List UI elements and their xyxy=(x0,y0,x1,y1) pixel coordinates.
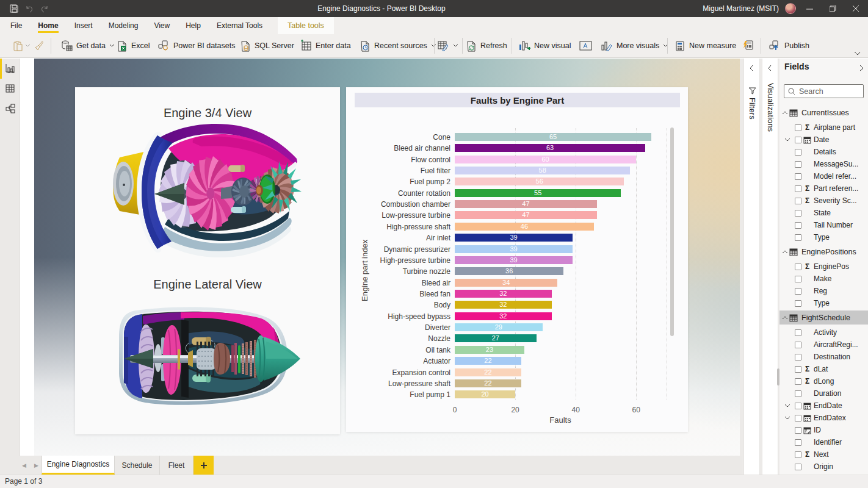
field-checkbox[interactable] xyxy=(795,342,801,348)
field-checkbox[interactable] xyxy=(795,161,801,168)
bar[interactable]: 32 xyxy=(455,290,552,298)
field-checkbox[interactable] xyxy=(795,329,801,336)
field-id[interactable]: ID xyxy=(779,424,868,436)
page-tab-engine-diagnostics[interactable]: Engine Diagnostics xyxy=(42,456,115,475)
field-aircraftregi-[interactable]: AircraftRegi... xyxy=(779,339,868,351)
fields-table-enginepositions[interactable]: EnginePositions xyxy=(779,245,868,259)
bar[interactable]: 23 xyxy=(455,346,524,354)
bar[interactable]: 46 xyxy=(455,223,594,231)
bar[interactable]: 27 xyxy=(455,334,537,342)
recent-sources-button[interactable]: Recent sources xyxy=(359,34,436,57)
expand-caret-icon[interactable] xyxy=(784,416,790,420)
enter-data-button[interactable]: Enter data xyxy=(300,34,351,57)
bar[interactable]: 36 xyxy=(455,267,563,275)
bar[interactable]: 22 xyxy=(455,357,521,365)
bar[interactable]: 39 xyxy=(455,256,573,264)
visualizations-pane-collapsed[interactable]: Visualizations xyxy=(762,59,778,475)
signed-in-user[interactable]: Miguel Martinez (MSIT) xyxy=(703,0,779,17)
undo-icon[interactable] xyxy=(24,3,35,14)
minimize-button[interactable] xyxy=(797,0,822,17)
field-airplane-part[interactable]: ΣAirplane part xyxy=(779,121,868,134)
menu-modeling[interactable]: Modeling xyxy=(101,17,146,34)
bar[interactable]: 39 xyxy=(455,234,573,242)
field-checkbox[interactable] xyxy=(795,378,801,385)
faults-bar-chart-visual[interactable]: Faults by Engine Part Engine part index … xyxy=(346,87,688,432)
field-checkbox[interactable] xyxy=(795,366,801,373)
prev-page-arrow[interactable]: ◀ xyxy=(22,462,26,468)
menu-file[interactable]: File xyxy=(0,17,30,34)
field-model-refer-[interactable]: Model refer... xyxy=(779,170,868,182)
expand-visualizations-icon[interactable] xyxy=(767,65,772,71)
field-checkbox[interactable] xyxy=(795,185,801,192)
user-avatar[interactable] xyxy=(785,3,796,14)
field-activity[interactable]: Activity xyxy=(779,326,868,339)
field-checkbox[interactable] xyxy=(795,264,801,270)
more-visuals-button[interactable]: More visuals xyxy=(601,34,668,57)
restore-button[interactable] xyxy=(820,0,845,17)
bar[interactable]: 34 xyxy=(455,279,557,287)
field-checkbox[interactable] xyxy=(795,222,801,229)
bar[interactable]: 20 xyxy=(455,390,515,398)
field-checkbox[interactable] xyxy=(795,210,801,217)
sql-server-button[interactable]: SQL Server xyxy=(239,34,294,57)
menu-home[interactable]: Home xyxy=(30,17,66,34)
field-checkbox[interactable] xyxy=(795,300,801,307)
engine-views-visual[interactable]: Engine 3/4 View Engine Lateral View xyxy=(75,87,340,434)
field-dlong[interactable]: ΣdLong xyxy=(779,375,868,387)
field-checkbox[interactable] xyxy=(795,149,801,156)
publish-button[interactable]: Publish xyxy=(769,34,809,57)
get-data-button[interactable]: Get data xyxy=(60,34,115,57)
bar[interactable]: 22 xyxy=(455,368,521,376)
bar[interactable]: 29 xyxy=(455,323,543,331)
field-tail-number[interactable]: Tail Number xyxy=(779,219,868,231)
quick-measure-button[interactable] xyxy=(742,34,754,57)
close-button[interactable] xyxy=(844,0,868,17)
excel-button[interactable]: Excel xyxy=(116,34,150,57)
collapse-fields-icon[interactable] xyxy=(859,65,864,71)
bar[interactable]: 39 xyxy=(455,245,573,253)
fields-search-input[interactable]: Search xyxy=(784,84,864,98)
field-checkbox[interactable] xyxy=(795,464,801,470)
filters-pane-collapsed[interactable]: Filters xyxy=(743,59,760,475)
field-enginepos[interactable]: ΣEnginePos xyxy=(779,260,868,273)
report-view-icon[interactable] xyxy=(5,63,16,74)
transform-data-button[interactable] xyxy=(437,34,458,57)
menu-help[interactable]: Help xyxy=(178,17,209,34)
field-state[interactable]: State xyxy=(779,207,868,219)
field-checkbox[interactable] xyxy=(795,198,801,204)
field-checkbox[interactable] xyxy=(795,390,801,397)
save-icon[interactable] xyxy=(9,3,20,14)
bar[interactable]: 58 xyxy=(455,167,630,174)
field-checkbox[interactable] xyxy=(795,276,801,282)
collapse-caret-icon[interactable] xyxy=(782,316,788,320)
field-part-referen-[interactable]: ΣPart referen... xyxy=(779,182,868,195)
page-tab-fleet[interactable]: Fleet xyxy=(160,456,193,475)
report-canvas[interactable]: Engine 3/4 View Engine Lateral View Faul… xyxy=(34,59,740,456)
expand-caret-icon[interactable] xyxy=(784,404,790,407)
field-checkbox[interactable] xyxy=(795,427,801,434)
redo-icon[interactable] xyxy=(39,3,50,14)
field-checkbox[interactable] xyxy=(795,173,801,180)
field-next[interactable]: ΣNext xyxy=(779,448,868,461)
field-enddate[interactable]: EndDate xyxy=(779,400,868,412)
field-messagesu-[interactable]: MessageSu... xyxy=(779,158,868,170)
new-visual-button[interactable]: New visual xyxy=(518,34,571,57)
field-type[interactable]: Type xyxy=(779,297,868,309)
field-dlat[interactable]: ΣdLat xyxy=(779,363,868,375)
bar[interactable]: 22 xyxy=(455,379,521,387)
field-details[interactable]: Details xyxy=(779,146,868,158)
menu-external-tools[interactable]: External Tools xyxy=(209,17,270,34)
collapse-caret-icon[interactable] xyxy=(782,111,788,115)
fields-table-fightschedule[interactable]: FightSchedule xyxy=(779,310,868,325)
field-severity-sc-[interactable]: ΣSeverity Sc... xyxy=(779,195,868,207)
text-box-button[interactable] xyxy=(579,34,592,57)
data-view-icon[interactable] xyxy=(5,83,16,94)
field-destination[interactable]: Destination xyxy=(779,351,868,363)
field-date[interactable]: Date xyxy=(779,134,868,146)
field-reg[interactable]: Reg xyxy=(779,285,868,297)
field-duration[interactable]: Duration xyxy=(779,387,868,400)
fields-table-currentissues[interactable]: CurrentIssues xyxy=(779,106,868,120)
bar[interactable]: 60 xyxy=(455,156,636,163)
field-make[interactable]: Make xyxy=(779,273,868,285)
bar[interactable]: 63 xyxy=(455,144,645,152)
